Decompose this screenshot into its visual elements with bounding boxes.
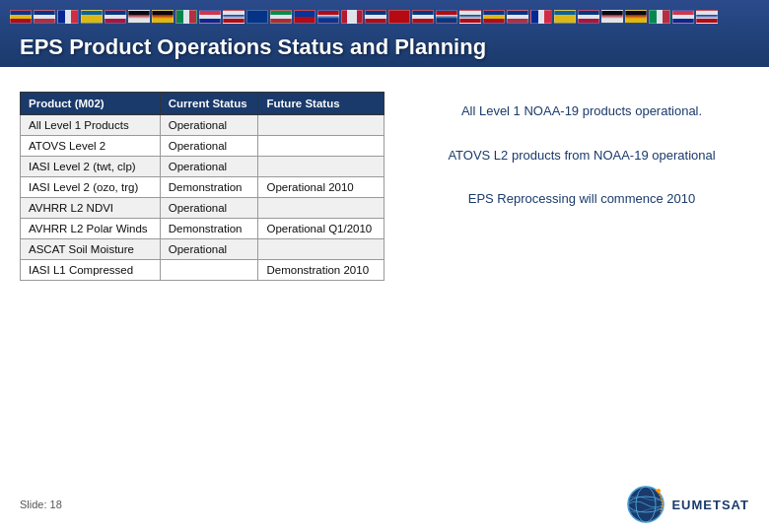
table-row: IASI L1 CompressedDemonstration 2010 bbox=[21, 260, 384, 281]
page-title: EPS Product Operations Status and Planni… bbox=[20, 34, 486, 60]
table-row: IASI Level 2 (twt, clp)Operational bbox=[21, 157, 384, 177]
eumetsat-label: EUMETSAT bbox=[671, 498, 749, 512]
note-block-3: EPS Reprocessing will commence 2010 bbox=[414, 189, 749, 209]
col-future: Future Status bbox=[258, 93, 384, 115]
cell-product-2: IASI Level 2 (twt, clp) bbox=[21, 157, 161, 177]
cell-future-2 bbox=[258, 157, 384, 177]
cell-future-0 bbox=[258, 115, 384, 136]
cell-future-4 bbox=[258, 198, 384, 219]
table-row: ASCAT Soil MoistureOperational bbox=[21, 239, 384, 260]
table-header-row: Product (M02) Current Status Future Stat… bbox=[21, 93, 384, 115]
slide-number: Slide: 18 bbox=[20, 499, 62, 510]
cell-current-3: Demonstration bbox=[160, 177, 258, 198]
cell-current-1: Operational bbox=[160, 136, 258, 157]
cell-future-6 bbox=[258, 239, 384, 260]
content-area: Product (M02) Current Status Future Stat… bbox=[0, 67, 769, 532]
cell-current-0: Operational bbox=[160, 115, 258, 136]
table-section: Product (M02) Current Status Future Stat… bbox=[20, 92, 384, 512]
cell-current-5: Demonstration bbox=[160, 219, 258, 239]
eumetsat-logo: EUMETSAT bbox=[626, 485, 749, 524]
note-block-2: ATOVS L2 products from NOAA-19 operation… bbox=[414, 146, 749, 166]
table-row: AVHRR L2 NDVIOperational bbox=[21, 198, 384, 219]
eumetsat-globe-icon bbox=[626, 485, 665, 524]
cell-product-0: All Level 1 Products bbox=[21, 115, 161, 136]
svg-point-4 bbox=[657, 489, 661, 493]
note-block-1: All Level 1 NOAA-19 products operational… bbox=[414, 101, 749, 121]
cell-future-5: Operational Q1/2010 bbox=[258, 219, 384, 239]
products-table: Product (M02) Current Status Future Stat… bbox=[20, 92, 384, 281]
cell-future-7: Demonstration 2010 bbox=[258, 260, 384, 281]
table-row: AVHRR L2 Polar WindsDemonstrationOperati… bbox=[21, 219, 384, 239]
table-row: All Level 1 ProductsOperational bbox=[21, 115, 384, 136]
note-text-3: EPS Reprocessing will commence 2010 bbox=[468, 191, 696, 206]
table-row: ATOVS Level 2Operational bbox=[21, 136, 384, 157]
cell-product-6: ASCAT Soil Moisture bbox=[21, 239, 161, 260]
cell-current-7 bbox=[160, 260, 258, 281]
notes-section: All Level 1 NOAA-19 products operational… bbox=[404, 92, 749, 512]
cell-future-1 bbox=[258, 136, 384, 157]
slide-container: EPS Product Operations Status and Planni… bbox=[0, 0, 769, 532]
table-row: IASI Level 2 (ozo, trg)DemonstrationOper… bbox=[21, 177, 384, 198]
cell-current-4: Operational bbox=[160, 198, 258, 219]
cell-product-5: AVHRR L2 Polar Winds bbox=[21, 219, 161, 239]
cell-future-3: Operational 2010 bbox=[258, 177, 384, 198]
footer: Slide: 18 EUMETSAT bbox=[20, 485, 749, 524]
cell-product-3: IASI Level 2 (ozo, trg) bbox=[21, 177, 161, 198]
col-current: Current Status bbox=[160, 93, 258, 115]
cell-current-2: Operational bbox=[160, 157, 258, 177]
cell-product-4: AVHRR L2 NDVI bbox=[21, 198, 161, 219]
cell-current-6: Operational bbox=[160, 239, 258, 260]
note-text-1: All Level 1 NOAA-19 products operational… bbox=[461, 103, 702, 118]
note-text-2: ATOVS L2 products from NOAA-19 operation… bbox=[448, 148, 715, 163]
col-product: Product (M02) bbox=[21, 93, 161, 115]
header-bar: EPS Product Operations Status and Planni… bbox=[0, 0, 769, 67]
cell-product-7: IASI L1 Compressed bbox=[21, 260, 161, 281]
cell-product-1: ATOVS Level 2 bbox=[21, 136, 161, 157]
